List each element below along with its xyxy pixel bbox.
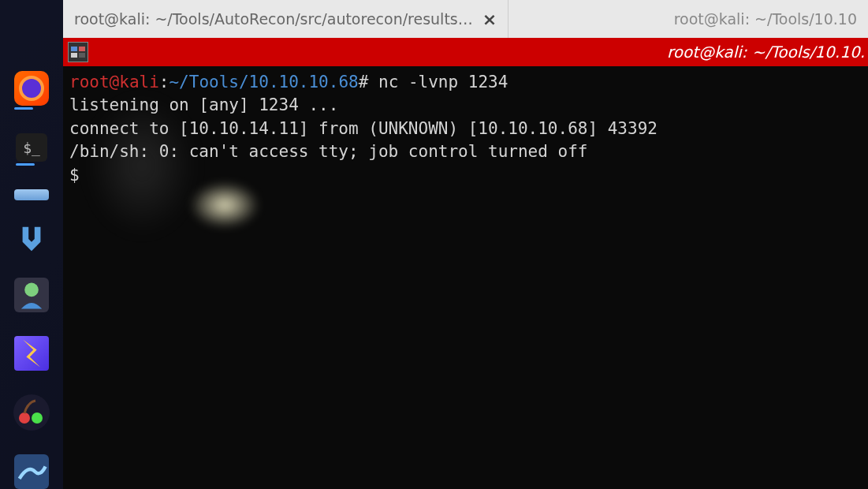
- output-line: /bin/sh: 0: can't access tty; job contro…: [69, 140, 862, 163]
- tab-title: root@kali: ~/Tools/10.10: [674, 10, 857, 28]
- dock-item-metasploit[interactable]: [14, 224, 49, 254]
- terminal-body[interactable]: root@kali:~/Tools/10.10.10.68# nc -lvnp …: [63, 66, 868, 489]
- cherrytree-icon: [13, 394, 50, 431]
- tab-bar: root@kali: ~/Tools/AutoRecon/src/autorec…: [63, 0, 868, 38]
- svg-rect-3: [71, 47, 77, 51]
- prompt-hash: #: [359, 73, 369, 91]
- output-line: listening on [any] 1234 ...: [69, 94, 862, 117]
- terminal-icon: $_: [16, 133, 47, 162]
- window-title: root@kali: ~/Tools/10.10.: [88, 43, 868, 62]
- active-indicator: [14, 107, 33, 110]
- metasploit-icon: [17, 224, 47, 254]
- tab-title: root@kali: ~/Tools/AutoRecon/src/autorec…: [74, 10, 473, 28]
- dock-item-burp[interactable]: [14, 336, 49, 371]
- prompt-colon: :: [159, 73, 170, 91]
- svg-point-1: [19, 412, 30, 424]
- dock-item-files[interactable]: [14, 189, 49, 200]
- prompt-line: root@kali:~/Tools/10.10.10.68# nc -lvnp …: [69, 71, 862, 94]
- burp-icon: [14, 336, 49, 371]
- tab-item[interactable]: root@kali: ~/Tools/AutoRecon/src/autorec…: [63, 0, 509, 38]
- prompt-user: root: [69, 73, 110, 91]
- tab-item[interactable]: root@kali: ~/Tools/10.10: [663, 0, 868, 38]
- title-bar: root@kali: ~/Tools/10.10.: [63, 38, 868, 66]
- dock-item-cherrytree[interactable]: [13, 394, 50, 431]
- output-line: connect to [10.10.14.11] from (UNKNOWN) …: [69, 118, 862, 140]
- dock-item-maltego[interactable]: [14, 278, 49, 312]
- shell-prompt: $: [69, 164, 862, 187]
- svg-point-2: [32, 412, 43, 424]
- svg-point-0: [24, 283, 39, 297]
- prompt-path: ~/Tools/10.10.10.68: [169, 73, 358, 91]
- tab-close-icon[interactable]: ×: [482, 9, 497, 29]
- dock-item-terminal[interactable]: $_: [16, 133, 47, 166]
- svg-rect-4: [79, 47, 85, 51]
- svg-rect-5: [71, 53, 77, 58]
- maltego-icon: [14, 278, 49, 312]
- active-indicator: [16, 163, 35, 166]
- svg-rect-6: [79, 53, 85, 58]
- prompt-host: kali: [119, 73, 159, 91]
- command-text: nc -lvnp 1234: [368, 73, 508, 91]
- dock-item-wireshark[interactable]: [14, 454, 49, 489]
- dock-item-firefox[interactable]: [14, 71, 49, 110]
- dock: $_: [0, 0, 63, 489]
- wireshark-icon: [14, 454, 49, 489]
- window-menu-icon[interactable]: [68, 42, 88, 62]
- prompt-at: @: [110, 73, 120, 91]
- firefox-icon: [14, 71, 49, 106]
